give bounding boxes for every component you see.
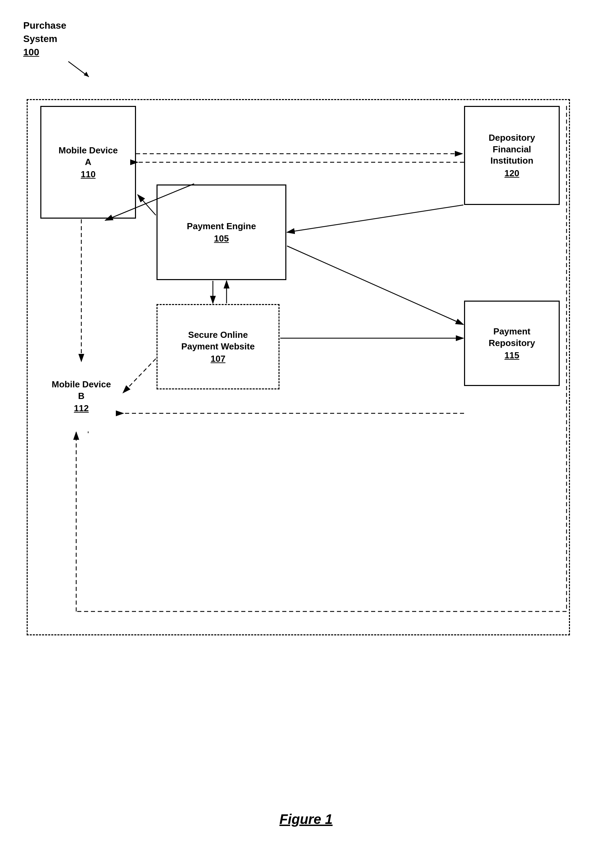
payment-engine-number: 105 <box>214 233 228 244</box>
depository-fi-box: Depository Financial Institution 120 <box>464 106 560 205</box>
mobile-device-b-title: Mobile Device B <box>51 379 111 402</box>
payment-engine-title: Payment Engine <box>187 221 256 232</box>
svg-marker-1 <box>84 72 89 77</box>
mobile-device-a-box: Mobile Device A 110 <box>40 106 136 219</box>
mobile-device-b-box: Mobile Device B 112 <box>40 362 122 431</box>
diagram: Mobile Device A 110 Depository Financial… <box>23 79 587 659</box>
depository-fi-number: 120 <box>504 168 519 179</box>
purchase-system-label: Purchase System 100 <box>23 19 66 59</box>
depository-fi-title: Depository Financial Institution <box>489 132 535 167</box>
payment-repository-number: 115 <box>504 350 519 361</box>
secure-online-box: Secure Online Payment Website 107 <box>157 304 280 389</box>
payment-repository-title: Payment Repository <box>489 326 535 349</box>
payment-engine-box: Payment Engine 105 <box>157 184 286 280</box>
mobile-device-a-title: Mobile Device A <box>58 145 118 168</box>
figure-label: Figure 1 <box>280 812 333 827</box>
payment-repository-box: Payment Repository 115 <box>464 301 560 386</box>
mobile-device-a-number: 110 <box>81 169 95 180</box>
mobile-device-b-number: 112 <box>74 403 89 414</box>
secure-online-title: Secure Online Payment Website <box>182 329 255 352</box>
purchase-system-text: Purchase System 100 <box>23 19 66 59</box>
page: Purchase System 100 Mobile Device A 110 … <box>0 0 612 868</box>
secure-online-number: 107 <box>210 353 225 364</box>
